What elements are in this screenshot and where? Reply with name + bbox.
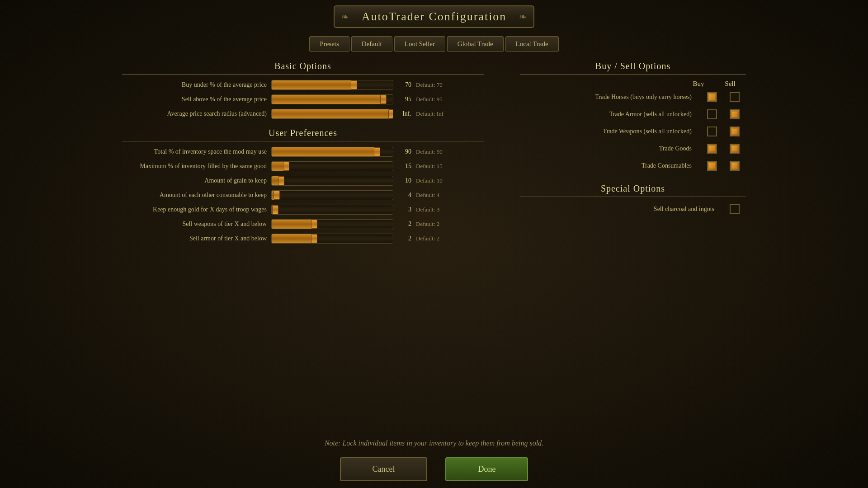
slider-track-avg-radius[interactable]	[271, 109, 393, 119]
presets-bar: Presets Default Loot Seller Global Trade…	[309, 36, 558, 52]
slider-track-other-consumable[interactable]	[271, 190, 393, 200]
user-preferences-header: User Preferences	[122, 128, 484, 141]
checkbox-horses-sell[interactable]	[730, 92, 740, 102]
slider-value-total-inventory: 90	[398, 148, 411, 155]
user-preferences-section: User Preferences Total % of inventory sp…	[122, 128, 484, 244]
slider-row-max-same-good: Maximum % of inventory filled by the sam…	[122, 161, 484, 171]
trade-label-goods: Trade Goods	[520, 145, 701, 152]
preset-loot-seller-button[interactable]: Loot Seller	[394, 36, 445, 52]
title-bar: AutoTrader Configuration	[334, 5, 535, 28]
checkbox-consumables-buy[interactable]	[707, 161, 717, 171]
slider-track-armor-tier[interactable]	[271, 234, 393, 244]
checkbox-weapons-buy[interactable]	[707, 127, 717, 136]
slider-thumb-total-inventory	[374, 147, 380, 156]
slider-default-grain: Default: 10	[416, 177, 443, 184]
checkbox-armor-sell[interactable]	[730, 109, 740, 119]
slider-track-max-same-good[interactable]	[271, 161, 393, 171]
checkbox-consumables-sell[interactable]	[730, 161, 740, 171]
cancel-button[interactable]: Cancel	[340, 457, 428, 481]
slider-default-avg-radius: Default: Inf	[416, 110, 443, 117]
preset-local-trade-button[interactable]: Local Trade	[505, 36, 559, 52]
slider-default-total-inventory: Default: 90	[416, 148, 443, 155]
slider-thumb-grain	[278, 176, 284, 185]
slider-track-grain[interactable]	[271, 176, 393, 186]
slider-track-weapons-tier[interactable]	[271, 219, 393, 229]
trade-row-weapons: Trade Weapons (sells all unlocked)	[520, 125, 746, 138]
slider-thumb-avg-radius	[388, 109, 393, 118]
checkbox-horses-buy[interactable]	[707, 92, 717, 102]
trade-row-goods: Trade Goods	[520, 142, 746, 155]
slider-thumb-sell-above	[380, 95, 387, 104]
buy-sell-column-headers: Buy Sell	[520, 80, 746, 88]
slider-value-gold-wages: 3	[398, 206, 411, 213]
slider-default-buy-under: Default: 70	[416, 81, 443, 89]
checkbox-cell-charcoal	[723, 204, 746, 214]
trade-row-charcoal: Sell charcoal and ingots	[520, 202, 746, 216]
checkbox-cell-consumables-sell	[723, 161, 746, 171]
preset-global-trade-button[interactable]: Global Trade	[447, 36, 504, 52]
trade-row-consumables: Trade Consumables	[520, 159, 746, 173]
slider-label-grain: Amount of grain to keep	[122, 177, 267, 184]
slider-label-weapons-tier: Sell weapons of tier X and below	[122, 221, 267, 228]
trade-label-horses: Trade Horses (buys only carry horses)	[520, 94, 701, 101]
sell-col-label: Sell	[719, 80, 741, 88]
slider-fill-total-inventory	[272, 147, 377, 156]
done-button[interactable]: Done	[445, 457, 528, 481]
slider-track-total-inventory[interactable]	[271, 147, 393, 157]
trade-row-horses: Trade Horses (buys only carry horses)	[520, 90, 746, 104]
slider-row-armor-tier: Sell armor of tier X and below 2 Default…	[122, 234, 484, 244]
slider-default-gold-wages: Default: 3	[416, 206, 439, 213]
slider-value-weapons-tier: 2	[398, 221, 411, 228]
checkbox-cell-armor-buy	[701, 109, 723, 119]
slider-row-buy-under: Buy under % of the average price 70 Defa…	[122, 80, 484, 90]
checkbox-armor-buy[interactable]	[707, 109, 717, 119]
bottom-buttons: Cancel Done	[340, 457, 528, 481]
slider-default-max-same-good: Default: 15	[416, 163, 443, 170]
main-container: AutoTrader Configuration Presets Default…	[0, 0, 868, 488]
slider-value-other-consumable: 4	[398, 192, 411, 199]
slider-row-gold-wages: Keep enough gold for X days of troop wag…	[122, 205, 484, 215]
special-options-header: Special Options	[520, 183, 746, 197]
checkbox-goods-buy[interactable]	[707, 144, 717, 154]
checkbox-cell-weapons-sell	[723, 127, 746, 136]
app-title: AutoTrader Configuration	[362, 10, 507, 23]
preset-default-button[interactable]: Default	[351, 36, 392, 52]
slider-fill-weapons-tier	[272, 220, 314, 229]
trade-label-charcoal: Sell charcoal and ingots	[520, 206, 723, 213]
checkbox-goods-sell[interactable]	[730, 144, 740, 154]
slider-thumb-max-same-good	[283, 162, 289, 171]
trade-row-armor: Trade Armor (sells all unlocked)	[520, 108, 746, 121]
slider-thumb-other-consumable	[274, 191, 280, 200]
right-panel: Buy / Sell Options Buy Sell Trade Horses…	[520, 61, 746, 248]
checkbox-weapons-sell[interactable]	[730, 127, 740, 136]
slider-value-max-same-good: 15	[398, 163, 411, 170]
buy-sell-header: Buy / Sell Options	[520, 61, 746, 75]
basic-options-section: Basic Options Buy under % of the average…	[122, 61, 484, 119]
slider-fill-buy-under	[272, 80, 354, 89]
bottom-note: Note: Lock individual items in your inve…	[0, 439, 868, 447]
trade-label-armor: Trade Armor (sells all unlocked)	[520, 111, 701, 118]
checkbox-cell-weapons-buy	[701, 127, 723, 136]
buy-col-label: Buy	[687, 80, 710, 88]
trade-label-weapons: Trade Weapons (sells all unlocked)	[520, 128, 701, 135]
slider-thumb-weapons-tier	[311, 220, 317, 229]
trade-label-consumables: Trade Consumables	[520, 162, 701, 169]
slider-default-weapons-tier: Default: 2	[416, 221, 439, 228]
slider-thumb-armor-tier	[311, 234, 317, 243]
slider-track-buy-under[interactable]	[271, 80, 393, 90]
checkbox-cell-goods-sell	[723, 144, 746, 154]
slider-row-weapons-tier: Sell weapons of tier X and below 2 Defau…	[122, 219, 484, 229]
slider-track-gold-wages[interactable]	[271, 205, 393, 215]
checkbox-charcoal[interactable]	[730, 204, 740, 214]
slider-label-gold-wages: Keep enough gold for X days of troop wag…	[122, 206, 267, 213]
checkbox-cell-consumables-buy	[701, 161, 723, 171]
content-area: Basic Options Buy under % of the average…	[122, 61, 746, 248]
slider-label-max-same-good: Maximum % of inventory filled by the sam…	[122, 163, 267, 170]
slider-track-sell-above[interactable]	[271, 94, 393, 104]
slider-fill-sell-above	[272, 95, 383, 104]
slider-row-total-inventory: Total % of inventory space the mod may u…	[122, 147, 484, 157]
slider-row-avg-radius: Average price search radius (advanced) I…	[122, 109, 484, 119]
slider-row-grain: Amount of grain to keep 10 Default: 10	[122, 176, 484, 186]
slider-value-armor-tier: 2	[398, 235, 411, 242]
slider-thumb-gold-wages	[272, 205, 278, 214]
